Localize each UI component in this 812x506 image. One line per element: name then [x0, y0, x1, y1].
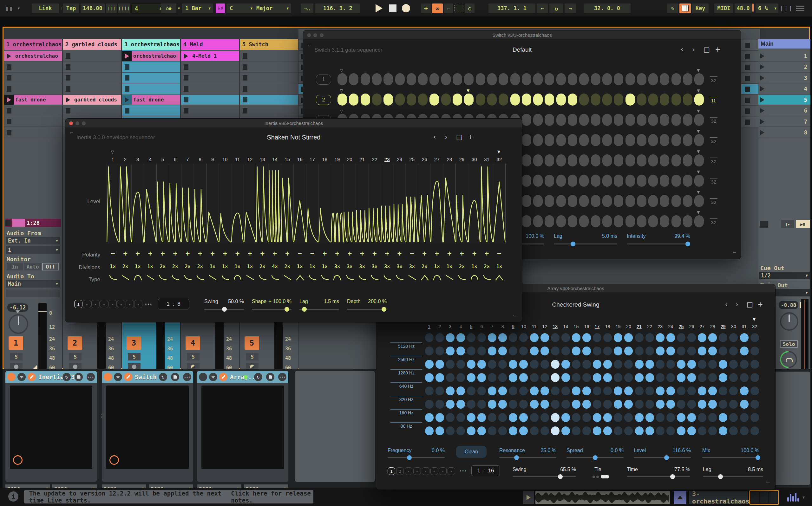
band-step-cell[interactable]	[498, 373, 507, 382]
division-step[interactable]: 1×	[318, 264, 331, 269]
band-step-cell[interactable]	[561, 373, 570, 382]
polarity-step[interactable]: +	[431, 250, 443, 257]
slider-knob-icon[interactable]	[382, 307, 386, 312]
type-step[interactable]	[171, 274, 179, 281]
monitor-in-button[interactable]: In	[7, 263, 23, 270]
type-step[interactable]	[233, 274, 242, 281]
clip-play-button[interactable]	[4, 95, 14, 105]
clip-slot[interactable]	[181, 95, 239, 105]
stop-square[interactable]	[745, 119, 750, 125]
division-step[interactable]: 2×	[169, 264, 181, 269]
band-step-cell[interactable]	[488, 346, 496, 355]
band-step-cell[interactable]	[645, 346, 654, 355]
band-step-cell[interactable]	[677, 333, 685, 342]
slider-knob-icon[interactable]	[571, 242, 575, 246]
clip[interactable]: orchestralchao	[4, 51, 62, 61]
clip-play-button[interactable]	[122, 95, 132, 105]
row-number-button[interactable]: 2	[316, 95, 331, 105]
gate-step-dot[interactable]	[683, 93, 693, 105]
solo-button[interactable]: S	[128, 353, 141, 360]
gate-step-dot[interactable]	[533, 215, 543, 227]
division-step[interactable]: 3×	[406, 264, 418, 269]
gate-step-dot[interactable]	[499, 93, 508, 105]
band-step-cell[interactable]	[593, 400, 601, 409]
band-step-cell[interactable]	[698, 413, 706, 422]
band-step-cell[interactable]	[541, 387, 549, 395]
band-step-cell[interactable]	[708, 373, 717, 382]
gate-step-dot[interactable]	[556, 134, 566, 146]
gate-step-dot[interactable]	[429, 93, 439, 105]
band-step-cell[interactable]	[561, 413, 570, 422]
band-step-cell[interactable]	[624, 387, 633, 395]
punch-in-button[interactable]: ⌐	[537, 3, 548, 13]
division-step[interactable]: 1×	[244, 264, 256, 269]
slider-knob-icon[interactable]	[593, 455, 597, 460]
band-step-cell[interactable]	[477, 333, 486, 342]
gate-step-dot[interactable]	[683, 175, 693, 187]
gate-step-dot[interactable]	[579, 73, 589, 85]
type-step[interactable]	[109, 274, 117, 281]
gate-step-dot[interactable]	[660, 195, 669, 207]
band-step-cell[interactable]	[541, 360, 549, 369]
band-step-cell[interactable]	[719, 426, 727, 435]
band-step-cell[interactable]	[509, 426, 517, 435]
gate-step-dot[interactable]	[579, 175, 589, 187]
pattern-button[interactable]: ‐	[405, 467, 412, 475]
band-step-cell[interactable]	[750, 373, 759, 382]
type-step[interactable]	[483, 274, 491, 281]
band-step-cell[interactable]	[509, 333, 517, 342]
division-step[interactable]: 1×	[231, 264, 244, 269]
device-more-button[interactable]: •••	[183, 373, 191, 381]
band-step-cell[interactable]	[593, 413, 601, 422]
traffic-lights[interactable]	[307, 33, 324, 37]
gate-step-dot[interactable]	[545, 134, 554, 146]
gate-step-dot[interactable]	[395, 73, 405, 85]
pattern-button[interactable]: ‐	[91, 300, 100, 308]
type-step[interactable]	[433, 274, 441, 281]
gate-step-dot[interactable]	[626, 114, 635, 126]
clip[interactable]: 4-Meld 1	[181, 51, 239, 61]
gate-step-dot[interactable]	[648, 215, 658, 227]
clip-slot[interactable]	[4, 106, 62, 116]
clip-slot[interactable]	[4, 62, 62, 73]
gate-step-dot[interactable]	[671, 134, 681, 146]
solo-button[interactable]: S	[246, 353, 258, 360]
division-step[interactable]: 2×	[481, 264, 493, 269]
band-step-cell[interactable]	[635, 360, 644, 369]
division-step[interactable]: 2×	[119, 264, 131, 269]
gate-step-dot[interactable]	[694, 154, 704, 166]
band-step-cell[interactable]	[635, 346, 644, 355]
gate-step-dot[interactable]	[671, 154, 681, 166]
midi-value-display[interactable]: 48.0	[735, 3, 752, 13]
band-step-cell[interactable]	[687, 413, 696, 422]
band-step-cell[interactable]	[582, 387, 591, 395]
stop-square[interactable]	[745, 65, 750, 70]
gate-step-dot[interactable]	[591, 93, 600, 105]
band-step-cell[interactable]	[541, 333, 549, 342]
band-step-cell[interactable]	[593, 346, 601, 355]
gate-step-dot[interactable]	[694, 195, 704, 207]
draw-mode-button[interactable]	[454, 5, 464, 12]
band-step-cell[interactable]	[509, 400, 517, 409]
gate-step-dot[interactable]	[694, 73, 704, 85]
gate-step-dot[interactable]	[683, 73, 693, 85]
band-step-cell[interactable]	[561, 400, 570, 409]
clip-slot[interactable]	[122, 73, 180, 83]
band-step-cell[interactable]	[551, 333, 560, 342]
band-step-cell[interactable]	[551, 400, 560, 409]
gate-step-dot[interactable]	[545, 215, 554, 227]
band-step-cell[interactable]	[729, 413, 738, 422]
slider-track[interactable]	[204, 309, 244, 310]
slider-value[interactable]: 100.0 %	[702, 448, 759, 453]
division-step[interactable]: 3×	[343, 264, 356, 269]
band-step-cell[interactable]	[729, 400, 738, 409]
gate-step-dot[interactable]	[556, 93, 566, 105]
band-step-cell[interactable]	[425, 346, 433, 355]
gate-step-dot[interactable]	[694, 175, 704, 187]
band-step-cell[interactable]	[488, 426, 496, 435]
tempo-display[interactable]: 146.00	[81, 3, 105, 13]
save-preset-icon[interactable]: □	[747, 301, 753, 308]
slider-value[interactable]: 1.5 ms	[300, 299, 339, 304]
band-step-cell[interactable]	[435, 400, 444, 409]
pattern-button[interactable]: ‐	[134, 300, 142, 308]
